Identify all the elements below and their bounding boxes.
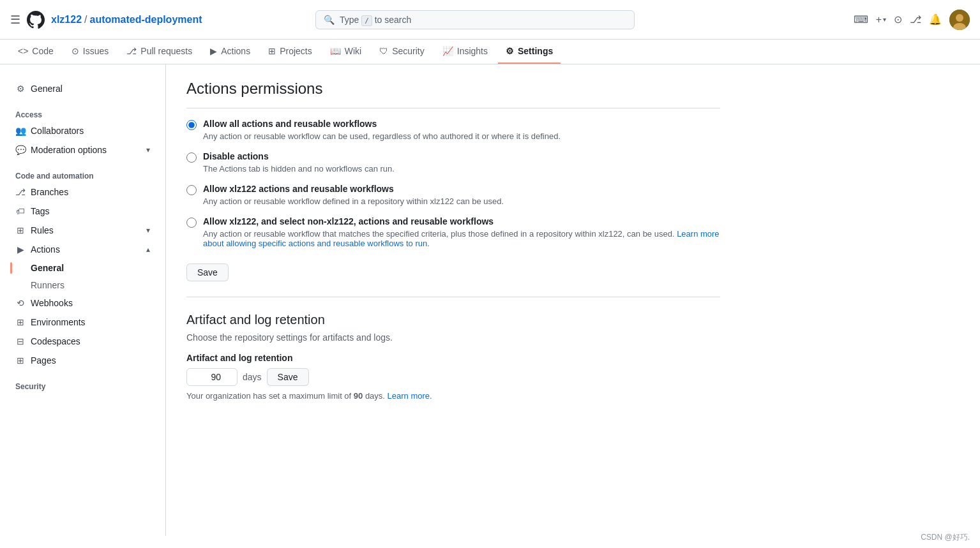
search-icon: 🔍 (324, 15, 335, 25)
tab-pull-requests[interactable]: ⎇ Pull requests (119, 40, 200, 64)
chevron-down-icon: ▾ (146, 226, 150, 235)
sidebar-item-actions-general[interactable]: General (10, 260, 155, 276)
security-section-label: Security (10, 377, 155, 394)
search-bar[interactable]: 🔍 Type / to search (315, 10, 635, 29)
add-button[interactable]: + ▾ (876, 14, 886, 26)
sidebar-item-tags[interactable]: 🏷 Tags (10, 202, 155, 220)
collaborators-icon: 👥 (15, 126, 26, 136)
repo-name[interactable]: automated-deployment (90, 14, 202, 26)
tags-icon: 🏷 (15, 206, 26, 216)
tab-issues[interactable]: ⊙ Issues (64, 40, 116, 64)
chevron-down-icon: ▾ (883, 16, 886, 23)
sidebar-item-moderation[interactable]: 💬 Moderation options ▾ (10, 141, 155, 159)
terminal-button[interactable]: ⌨ (854, 13, 868, 26)
sidebar-item-rules[interactable]: ⊞ Rules ▾ (10, 221, 155, 239)
radio-title-allow-all: Allow all actions and reusable workflows (203, 119, 377, 129)
radio-desc-xlz122-select: Any action or reusable workflow that mat… (203, 229, 720, 248)
top-bar: ☰ xlz122 / automated-deployment 🔍 Type /… (0, 0, 980, 40)
tab-actions[interactable]: ▶ Actions (202, 40, 258, 64)
radio-label-allow-all[interactable]: Allow all actions and reusable workflows (186, 119, 720, 130)
tab-wiki[interactable]: 📖 Wiki (322, 40, 369, 64)
avatar[interactable] (949, 10, 970, 30)
radio-option-allow-all: Allow all actions and reusable workflows… (186, 119, 720, 141)
artifact-days-input[interactable] (186, 368, 237, 386)
artifact-learn-more-link[interactable]: Learn more. (388, 391, 432, 401)
radio-input-xlz122[interactable] (186, 185, 197, 195)
sidebar-general-label: General (31, 84, 63, 94)
sidebar-item-actions[interactable]: ▶ Actions ▴ (10, 241, 155, 258)
chevron-up-icon: ▴ (146, 245, 150, 254)
sidebar-item-environments[interactable]: ⊞ Environments (10, 313, 155, 331)
moderation-icon: 💬 (15, 145, 26, 155)
tab-insights-label: Insights (457, 46, 488, 56)
sidebar-branches-label: Branches (31, 187, 68, 197)
tab-pull-requests-label: Pull requests (140, 46, 192, 56)
radio-input-xlz122-select[interactable] (186, 218, 197, 228)
code-icon: <> (18, 46, 28, 56)
artifact-section-title: Artifact and log retention (186, 313, 720, 327)
tab-security[interactable]: 🛡 Security (372, 40, 432, 64)
sidebar-item-webhooks[interactable]: ⟲ Webhooks (10, 294, 155, 312)
environments-icon: ⊞ (15, 317, 26, 327)
issues-icon: ⊙ (72, 46, 79, 56)
terminal-icon: ⌨ (854, 13, 868, 26)
section-divider (186, 297, 720, 297)
actions-icon: ▶ (210, 46, 217, 56)
access-section-label: Access (10, 105, 155, 122)
github-logo (26, 10, 46, 30)
artifact-save-button[interactable]: Save (267, 368, 309, 386)
plus-icon: + (876, 14, 882, 26)
sidebar-item-branches[interactable]: ⎇ Branches (10, 183, 155, 201)
radio-input-allow-all[interactable] (186, 120, 197, 130)
artifact-section-desc: Choose the repository settings for artif… (186, 332, 720, 343)
main-layout: ⚙ General Access 👥 Collaborators 💬 Moder… (0, 64, 980, 536)
gear-icon: ⚙ (15, 84, 26, 94)
repo-nav: <> Code ⊙ Issues ⎇ Pull requests ▶ Actio… (0, 40, 980, 64)
tab-insights[interactable]: 📈 Insights (435, 40, 495, 64)
radio-label-xlz122[interactable]: Allow xlz122 actions and reusable workfl… (186, 184, 720, 195)
hamburger-icon[interactable]: ☰ (10, 13, 20, 27)
sidebar-rules-label: Rules (31, 225, 54, 235)
tab-projects[interactable]: ⊞ Projects (260, 40, 320, 64)
radio-label-xlz122-select[interactable]: Allow xlz122, and select non-xlz122, act… (186, 216, 720, 228)
radio-desc-allow-all: Any action or reusable workflow can be u… (203, 131, 720, 141)
bell-icon: 🔔 (929, 13, 942, 26)
sidebar-codespaces-label: Codespaces (31, 336, 80, 346)
sidebar-item-pages[interactable]: ⊞ Pages (10, 352, 155, 369)
artifact-days-label: days (243, 372, 262, 382)
webhooks-icon: ⟲ (15, 298, 26, 308)
tab-settings[interactable]: ⚙ Settings (498, 40, 561, 64)
artifact-field-label: Artifact and log retention (186, 353, 720, 363)
repo-breadcrumb: xlz122 / automated-deployment (51, 14, 202, 26)
codespaces-icon: ⊟ (15, 336, 26, 346)
radio-option-disable: Disable actions The Actions tab is hidde… (186, 151, 720, 174)
pull-requests-button[interactable]: ⎇ (910, 13, 921, 26)
actions-save-button[interactable]: Save (186, 263, 229, 281)
settings-icon: ⚙ (506, 46, 514, 56)
sidebar-environments-label: Environments (31, 317, 86, 327)
sidebar-item-collaborators[interactable]: 👥 Collaborators (10, 122, 155, 140)
pr-nav-icon: ⎇ (126, 46, 137, 56)
radio-input-disable[interactable] (186, 152, 197, 163)
tab-wiki-label: Wiki (345, 46, 361, 56)
radio-option-xlz122-select: Allow xlz122, and select non-xlz122, act… (186, 216, 720, 248)
rules-icon: ⊞ (15, 225, 26, 235)
radio-option-xlz122: Allow xlz122 actions and reusable workfl… (186, 184, 720, 206)
sidebar-item-general[interactable]: ⚙ General (10, 80, 155, 98)
sidebar-moderation-label: Moderation options (31, 145, 107, 155)
sidebar-webhooks-label: Webhooks (31, 298, 73, 308)
notifications-button[interactable]: 🔔 (929, 13, 942, 26)
learn-more-link[interactable]: Learn more about allowing specific actio… (203, 229, 720, 248)
tab-actions-label: Actions (221, 46, 250, 56)
radio-title-xlz122-select: Allow xlz122, and select non-xlz122, act… (203, 216, 494, 226)
sidebar-actions-runners-label: Runners (31, 280, 64, 290)
insights-icon: 📈 (442, 46, 453, 56)
tab-code-label: Code (32, 46, 53, 56)
tab-code[interactable]: <> Code (10, 40, 61, 64)
copilot-button[interactable]: ⊙ (894, 13, 902, 26)
artifact-input-row: days Save (186, 368, 720, 386)
org-name[interactable]: xlz122 (51, 14, 82, 26)
radio-label-disable[interactable]: Disable actions (186, 151, 720, 163)
sidebar-item-codespaces[interactable]: ⊟ Codespaces (10, 332, 155, 350)
sidebar-item-actions-runners[interactable]: Runners (10, 277, 155, 293)
